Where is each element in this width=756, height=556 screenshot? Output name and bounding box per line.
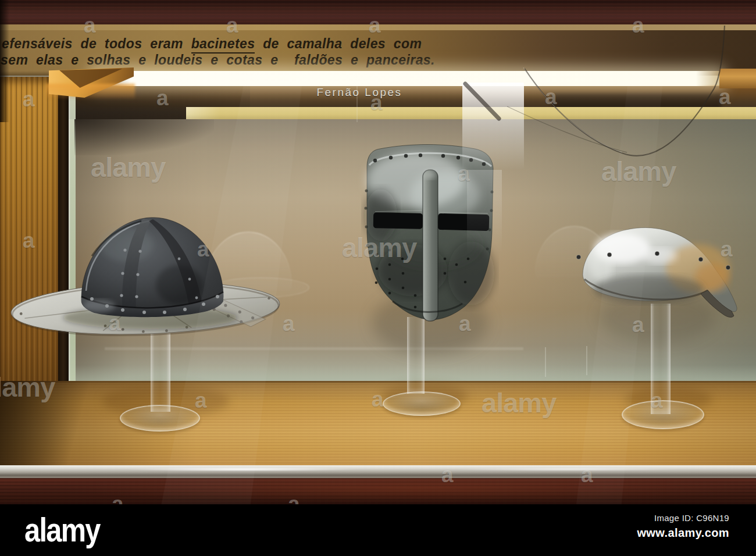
floor-corner-shadow bbox=[0, 381, 93, 466]
alamy-url-text: www.alamy.com bbox=[637, 526, 729, 540]
plaque-line-2: sem elas e solhas e loudeis e cotas e fa… bbox=[1, 52, 435, 68]
image-id-text: Image ID: C96N19 bbox=[637, 513, 729, 523]
plaque-line1-pre: efensáveis de todos eram bbox=[2, 36, 191, 51]
alamy-footer-bar: alamy Image ID: C96N19 www.alamy.com bbox=[0, 504, 756, 556]
skull-cap-helmet bbox=[567, 216, 750, 327]
attribution-fernao-lopes: Fernão Lopes bbox=[313, 86, 406, 99]
eye-slit-right bbox=[438, 213, 490, 231]
alamy-logo: alamy bbox=[24, 510, 100, 549]
acrylic-stand-base bbox=[622, 400, 704, 429]
left-frame-shadow bbox=[0, 0, 9, 122]
left-corner-shadow bbox=[74, 119, 214, 155]
shelf-metal-edge bbox=[0, 465, 756, 479]
plaque-line1-post: de camalha deles com bbox=[255, 36, 422, 51]
museum-display-case-photo: efensáveis de todos eram bacinetes de ca… bbox=[0, 0, 756, 556]
plaque-word-bacinetes: bacinetes bbox=[191, 36, 255, 54]
front-wood-frame bbox=[0, 478, 756, 505]
kettle-hat-helmet bbox=[5, 204, 304, 355]
quote-plaque: efensáveis de todos eram bacinetes de ca… bbox=[0, 24, 756, 76]
helm-center-ridge bbox=[423, 170, 438, 321]
great-helm-helmet bbox=[346, 140, 512, 413]
case-interior-top-stripe bbox=[186, 107, 756, 119]
top-wood-frame bbox=[0, 0, 756, 26]
plaque-line-1: efensáveis de todos eram bacinetes de ca… bbox=[2, 36, 422, 52]
light-amber-glow bbox=[47, 84, 135, 99]
fluorescent-light-strip bbox=[93, 71, 721, 86]
eye-slit-left bbox=[373, 212, 423, 229]
light-strip-end-block bbox=[719, 69, 756, 88]
footer-info: Image ID: C96N19 www.alamy.com bbox=[637, 513, 729, 540]
acrylic-stand-base bbox=[120, 405, 200, 432]
